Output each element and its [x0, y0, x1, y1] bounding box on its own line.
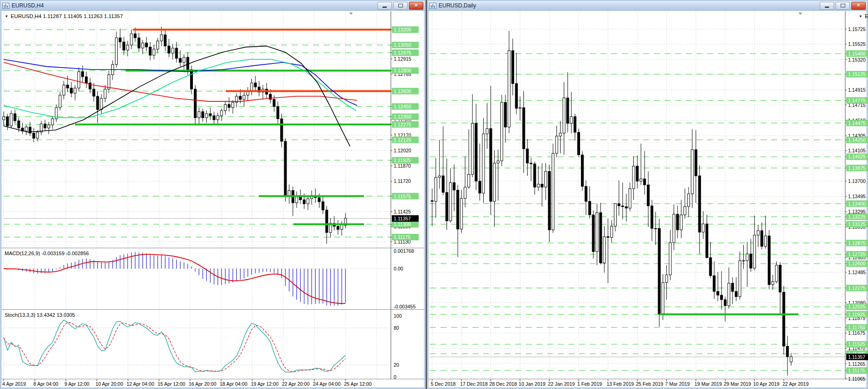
close-icon: ✕	[856, 3, 860, 8]
chart-area[interactable]	[429, 10, 866, 387]
restore-button[interactable]	[393, 2, 408, 10]
window-titlebar[interactable]: EURUSD,Daily ✕	[428, 1, 867, 11]
chart-area[interactable]	[2, 10, 424, 387]
close-button[interactable]: ✕	[851, 2, 866, 10]
mt4-workspace: EURUSD,H4 ✕ ▼EURUSD,H4 1.11287 1.11405 1…	[0, 0, 868, 389]
chart-dropdown-arrow[interactable]: ▼	[859, 14, 862, 19]
restore-button[interactable]	[836, 2, 850, 10]
chart-ohlc-info: EURUSD,H4 1.11287 1.11405 1.11263 1.1135…	[11, 13, 123, 19]
minimize-icon	[825, 6, 829, 8]
close-icon: ✕	[414, 3, 418, 8]
chart-info-line: ▼EURUSD,Daily 1.11289 1.11405 1.11235 1.…	[859, 13, 868, 19]
chart-window-eurusd-h4: EURUSD,H4 ✕ ▼EURUSD,H4 1.11287 1.11405 1…	[0, 0, 426, 389]
chart-dropdown-arrow[interactable]: ▼	[5, 14, 8, 19]
minimize-button[interactable]	[377, 2, 392, 10]
chart-info-line: ▼EURUSD,H4 1.11287 1.11405 1.11263 1.113…	[5, 13, 123, 19]
window-titlebar[interactable]: EURUSD,H4 ✕	[1, 1, 425, 11]
chart-ohlc-info: EURUSD,Daily 1.11289 1.11405 1.11235 1.1…	[865, 13, 868, 19]
window-title: EURUSD,Daily	[439, 2, 476, 9]
stoch-indicator-label: Stoch(13,3,3) 13.4342 13.0305	[5, 312, 75, 318]
macd-indicator-label: MACD(12,26,9) -0.003159 -0.002856	[5, 251, 89, 256]
window-title: EURUSD,H4	[12, 2, 44, 9]
minimize-button[interactable]	[820, 2, 834, 10]
chart-icon	[429, 3, 436, 9]
chart-icon	[2, 3, 9, 9]
minimize-icon	[383, 6, 387, 8]
restore-icon	[398, 4, 403, 7]
chart-window-eurusd-daily: EURUSD,Daily ✕ ▼EURUSD,Daily 1.11289 1.1…	[427, 0, 868, 389]
restore-icon	[841, 4, 845, 7]
close-button[interactable]: ✕	[409, 2, 423, 10]
